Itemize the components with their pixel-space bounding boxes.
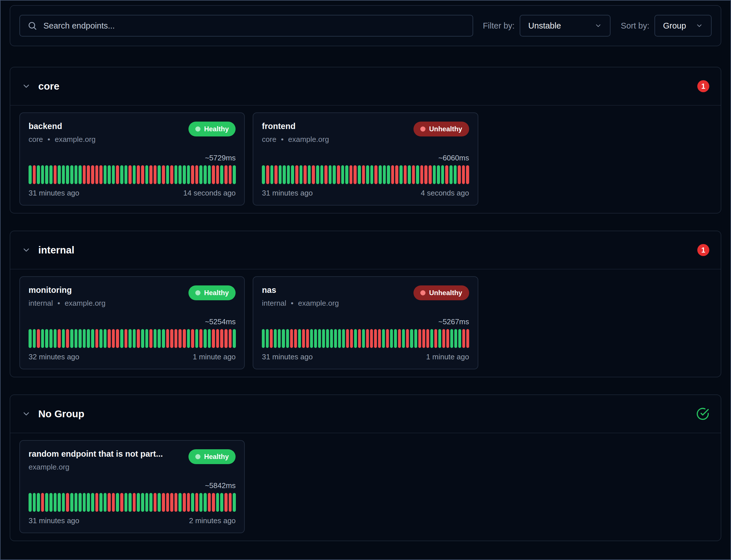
uptime-bar[interactable] <box>342 329 345 348</box>
uptime-bar[interactable] <box>74 329 78 348</box>
uptime-bar[interactable] <box>191 493 194 512</box>
uptime-bar[interactable] <box>95 165 98 184</box>
uptime-bar[interactable] <box>191 329 194 348</box>
uptime-bar[interactable] <box>45 329 48 348</box>
uptime-bar[interactable] <box>133 329 136 348</box>
uptime-bar[interactable] <box>174 329 178 348</box>
uptime-bar[interactable] <box>112 329 115 348</box>
uptime-bar[interactable] <box>174 493 178 512</box>
uptime-bar[interactable] <box>416 165 419 184</box>
uptime-bar[interactable] <box>41 329 44 348</box>
uptime-bar[interactable] <box>383 165 386 184</box>
uptime-bar[interactable] <box>54 329 57 348</box>
uptime-bar[interactable] <box>49 329 53 348</box>
uptime-bar[interactable] <box>366 329 369 348</box>
uptime-bar[interactable] <box>395 165 398 184</box>
uptime-bar[interactable] <box>303 165 307 184</box>
uptime-bar[interactable] <box>466 165 469 184</box>
uptime-bar[interactable] <box>322 329 325 348</box>
uptime-bar[interactable] <box>141 329 144 348</box>
uptime-bar[interactable] <box>394 329 397 348</box>
uptime-bar[interactable] <box>195 165 198 184</box>
uptime-bar[interactable] <box>91 165 94 184</box>
uptime-bar[interactable] <box>450 165 453 184</box>
uptime-bar[interactable] <box>162 329 165 348</box>
endpoint-card[interactable]: frontend core • example.org Unhealthy ~6… <box>253 112 478 206</box>
uptime-bar[interactable] <box>120 165 123 184</box>
uptime-bar[interactable] <box>87 329 90 348</box>
search-input[interactable] <box>43 21 465 31</box>
endpoint-card[interactable]: nas internal • example.org Unhealthy ~52… <box>253 276 478 369</box>
uptime-bar[interactable] <box>149 165 152 184</box>
uptime-bar[interactable] <box>278 329 281 348</box>
uptime-bar[interactable] <box>270 329 273 348</box>
uptime-bar[interactable] <box>187 165 190 184</box>
uptime-bar[interactable] <box>199 329 202 348</box>
uptime-bar[interactable] <box>430 329 433 348</box>
uptime-bar[interactable] <box>137 329 140 348</box>
uptime-bar[interactable] <box>166 329 169 348</box>
uptime-bar[interactable] <box>445 165 448 184</box>
uptime-bar[interactable] <box>104 329 107 348</box>
endpoint-card[interactable]: random endpoint that is not part... exam… <box>19 440 245 533</box>
uptime-bar[interactable] <box>220 165 223 184</box>
uptime-bar[interactable] <box>294 329 297 348</box>
uptime-bar[interactable] <box>58 493 61 512</box>
uptime-bar[interactable] <box>402 329 405 348</box>
uptime-bar[interactable] <box>308 165 311 184</box>
group-header[interactable]: core 1 <box>10 67 721 106</box>
uptime-bar[interactable] <box>70 329 73 348</box>
uptime-bar[interactable] <box>446 329 449 348</box>
chevron-down-icon[interactable] <box>22 245 31 255</box>
uptime-bar[interactable] <box>216 165 219 184</box>
uptime-bar[interactable] <box>133 493 136 512</box>
uptime-bar[interactable] <box>212 493 215 512</box>
uptime-bar[interactable] <box>187 329 190 348</box>
uptime-bar[interactable] <box>74 165 78 184</box>
uptime-bar[interactable] <box>312 165 315 184</box>
uptime-bar[interactable] <box>216 329 219 348</box>
filter-dropdown[interactable]: Unstable <box>520 15 611 37</box>
uptime-bar[interactable] <box>287 165 290 184</box>
uptime-bar[interactable] <box>29 165 32 184</box>
uptime-bar[interactable] <box>282 329 285 348</box>
uptime-bar[interactable] <box>128 329 132 348</box>
uptime-bar[interactable] <box>208 165 211 184</box>
uptime-bar[interactable] <box>410 329 413 348</box>
uptime-bar[interactable] <box>191 165 194 184</box>
uptime-bar[interactable] <box>116 329 119 348</box>
uptime-bar[interactable] <box>204 165 207 184</box>
endpoint-card[interactable]: monitoring internal • example.org Health… <box>19 276 245 369</box>
uptime-bar[interactable] <box>120 329 123 348</box>
uptime-bar[interactable] <box>149 329 152 348</box>
uptime-bar[interactable] <box>91 493 94 512</box>
uptime-bar[interactable] <box>199 165 202 184</box>
uptime-bar[interactable] <box>62 493 65 512</box>
chevron-down-icon[interactable] <box>22 409 31 418</box>
uptime-bar[interactable] <box>216 493 219 512</box>
uptime-bar[interactable] <box>78 329 82 348</box>
uptime-bar[interactable] <box>326 329 329 348</box>
uptime-bar[interactable] <box>78 165 82 184</box>
uptime-bar[interactable] <box>233 493 236 512</box>
uptime-bar[interactable] <box>391 165 394 184</box>
uptime-bar[interactable] <box>158 165 161 184</box>
uptime-bar[interactable] <box>158 329 161 348</box>
uptime-bar[interactable] <box>424 165 428 184</box>
uptime-bar[interactable] <box>412 165 415 184</box>
uptime-bar[interactable] <box>112 165 115 184</box>
uptime-bar[interactable] <box>291 165 294 184</box>
uptime-bar[interactable] <box>116 165 119 184</box>
uptime-bar[interactable] <box>426 329 429 348</box>
uptime-bar[interactable] <box>29 493 32 512</box>
uptime-bar[interactable] <box>458 165 461 184</box>
uptime-bar[interactable] <box>224 329 227 348</box>
sort-dropdown[interactable]: Group <box>655 15 712 37</box>
uptime-bar[interactable] <box>166 165 169 184</box>
uptime-bar[interactable] <box>345 165 348 184</box>
uptime-bar[interactable] <box>120 493 123 512</box>
uptime-bar[interactable] <box>33 329 36 348</box>
uptime-bar[interactable] <box>137 493 140 512</box>
uptime-bar[interactable] <box>133 165 136 184</box>
uptime-bar[interactable] <box>422 329 425 348</box>
